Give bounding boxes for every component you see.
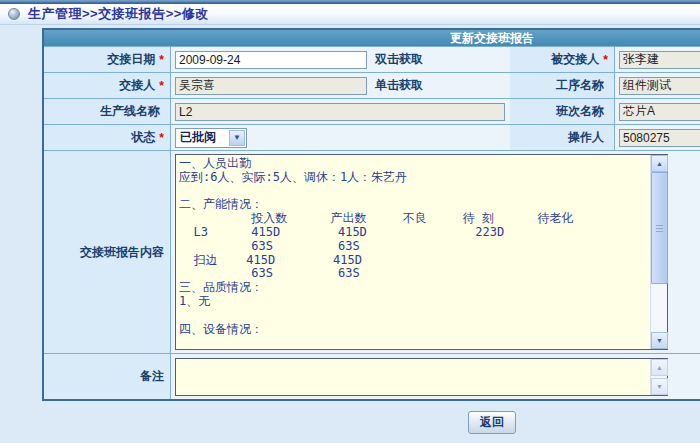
form-row-status-operator: 状态 * 已批阅 ▼ 操作人 xyxy=(44,124,700,150)
report-content-scrollbar[interactable]: ▲ ▼ xyxy=(650,155,667,349)
receiver-label: 被交接人 xyxy=(551,51,599,68)
required-mark: * xyxy=(603,53,608,67)
status-select-value: 已批阅 xyxy=(176,129,229,146)
page: 生产管理>>交接班报告>>修改 更新交接班报告 交接日期 * 双击获取 被交接人… xyxy=(0,0,700,443)
scrollbar-thumb[interactable] xyxy=(651,172,668,284)
handover-date-hint: 双击获取 xyxy=(375,51,423,68)
shift-name-input[interactable] xyxy=(619,103,700,121)
scroll-down-icon[interactable]: ▼ xyxy=(651,332,668,349)
report-content-field-cell: 一、人员出勤 应到:6人、实际:5人、调休：1人：朱艺丹 二、产能情况： 投入数… xyxy=(170,150,700,353)
shift-name-label-cell: 班次名称 xyxy=(510,98,614,124)
production-line-label: 生产线名称 xyxy=(100,103,160,120)
process-name-label-cell: 工序名称 xyxy=(510,72,614,98)
handover-date-input[interactable] xyxy=(175,51,367,69)
handover-person-label: 交接人 xyxy=(119,77,155,94)
required-mark: * xyxy=(159,131,164,145)
status-select[interactable]: 已批阅 ▼ xyxy=(175,128,247,148)
handover-date-label-cell: 交接日期 * xyxy=(44,46,170,72)
scroll-down-icon[interactable]: ▼ xyxy=(651,378,668,395)
remarks-textarea[interactable]: ▲ ▼ xyxy=(175,358,668,396)
required-mark: * xyxy=(159,53,164,67)
handover-person-field-cell: 单击获取 xyxy=(170,72,510,98)
required-mark: * xyxy=(159,79,164,93)
operator-label: 操作人 xyxy=(568,129,604,146)
production-line-label-cell: 生产线名称 xyxy=(44,98,170,124)
remarks-scrollbar[interactable]: ▲ ▼ xyxy=(650,359,667,395)
receiver-input[interactable] xyxy=(619,51,700,69)
remarks-label-cell: 备注 xyxy=(44,353,170,399)
report-content-label: 交接班报告内容 xyxy=(80,244,164,261)
breadcrumb: 生产管理>>交接班报告>>修改 xyxy=(28,5,209,23)
scroll-up-icon[interactable]: ▲ xyxy=(651,359,668,376)
handover-person-hint: 单击获取 xyxy=(375,77,423,94)
status-field-cell: 已批阅 ▼ xyxy=(170,124,510,150)
receiver-label-cell: 被交接人 * xyxy=(510,46,614,72)
chevron-down-icon[interactable]: ▼ xyxy=(229,130,245,146)
button-row: 返回 xyxy=(42,411,700,434)
back-button[interactable]: 返回 xyxy=(468,411,516,434)
report-content-text[interactable]: 一、人员出勤 应到:6人、实际:5人、调休：1人：朱艺丹 二、产能情况： 投入数… xyxy=(177,156,649,348)
bullet-sphere-icon xyxy=(8,8,20,20)
production-line-field-cell xyxy=(170,98,510,124)
shift-name-field-cell xyxy=(614,98,700,124)
handover-date-field-cell: 双击获取 xyxy=(170,46,510,72)
process-name-label: 工序名称 xyxy=(556,77,604,94)
handover-person-input[interactable] xyxy=(175,77,367,95)
form-row-report-content: 交接班报告内容 一、人员出勤 应到:6人、实际:5人、调休：1人：朱艺丹 二、产… xyxy=(44,150,700,353)
form-row-line-shift: 生产线名称 班次名称 xyxy=(44,98,700,124)
remarks-label: 备注 xyxy=(140,368,164,385)
process-name-input[interactable] xyxy=(619,77,700,95)
report-content-textarea[interactable]: 一、人员出勤 应到:6人、实际:5人、调休：1人：朱艺丹 二、产能情况： 投入数… xyxy=(175,154,668,350)
title-bar: 生产管理>>交接班报告>>修改 xyxy=(0,4,700,25)
process-name-field-cell xyxy=(614,72,700,98)
status-label-cell: 状态 * xyxy=(44,124,170,150)
remarks-text[interactable] xyxy=(177,360,649,394)
receiver-field-cell xyxy=(614,46,700,72)
status-label: 状态 xyxy=(131,129,155,146)
form-row-person-process: 交接人 * 单击获取 工序名称 xyxy=(44,72,700,98)
scroll-up-icon[interactable]: ▲ xyxy=(651,155,668,172)
operator-field-cell xyxy=(614,124,700,150)
production-line-input[interactable] xyxy=(175,103,505,121)
report-content-label-cell: 交接班报告内容 xyxy=(44,150,170,353)
operator-label-cell: 操作人 xyxy=(510,124,614,150)
handover-report-form: 更新交接班报告 交接日期 * 双击获取 被交接人 * 交接人 * xyxy=(42,28,700,401)
form-row-date-receiver: 交接日期 * 双击获取 被交接人 * xyxy=(44,46,700,72)
panel-title: 更新交接班报告 xyxy=(44,30,700,46)
handover-date-label: 交接日期 xyxy=(107,51,155,68)
operator-input[interactable] xyxy=(619,129,700,147)
form-row-remarks: 备注 ▲ ▼ xyxy=(44,353,700,399)
remarks-field-cell: ▲ ▼ xyxy=(170,353,700,399)
handover-person-label-cell: 交接人 * xyxy=(44,72,170,98)
shift-name-label: 班次名称 xyxy=(556,103,604,120)
